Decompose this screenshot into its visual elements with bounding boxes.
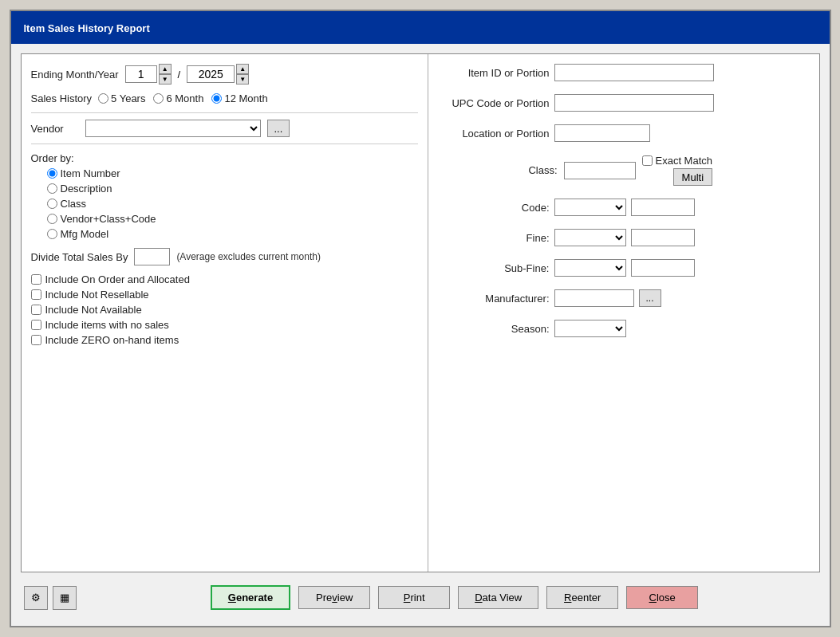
fine-select[interactable] xyxy=(554,229,626,246)
checkbox-not-available[interactable] xyxy=(31,305,41,315)
class-label: Class: xyxy=(446,164,558,176)
sales-history-row: Sales History 5 Years 6 Month 12 Mont xyxy=(31,92,418,104)
checkbox-not-available-label[interactable]: Include Not Available xyxy=(31,304,418,316)
checkbox-no-sales[interactable] xyxy=(31,320,41,330)
divide-input[interactable]: 12 xyxy=(134,248,170,265)
main-window: Item Sales History Report Ending Month/Y… xyxy=(10,10,831,627)
item-id-label: Item ID or Portion xyxy=(438,67,550,79)
radio-description[interactable] xyxy=(47,183,57,194)
radio-mfg-model[interactable] xyxy=(47,229,57,239)
subfine-input2[interactable] xyxy=(631,259,695,277)
year-spinner: 2025 ▲ ▼ xyxy=(187,64,249,85)
code-row: Code: xyxy=(438,199,810,216)
radio-5years[interactable] xyxy=(98,93,108,104)
class-input[interactable] xyxy=(564,162,636,179)
checkbox-not-resellable-label[interactable]: Include Not Resellable xyxy=(31,289,418,301)
sales-history-radios: 5 Years 6 Month 12 Month xyxy=(98,92,268,104)
code-input2[interactable] xyxy=(631,199,695,216)
checkbox-zero-onhand[interactable] xyxy=(31,335,41,345)
season-row: Season: xyxy=(438,320,810,337)
vendor-browse-btn[interactable]: ... xyxy=(267,120,290,137)
window-title: Item Sales History Report xyxy=(24,22,150,34)
code-label: Code: xyxy=(438,202,550,214)
code-select[interactable] xyxy=(554,199,626,216)
checkbox-no-sales-label[interactable]: Include items with no sales xyxy=(31,319,418,331)
upc-input[interactable] xyxy=(554,94,714,112)
radio-6month[interactable] xyxy=(153,93,164,104)
order-by-section: Order by: Item Number Description xyxy=(31,152,418,240)
month-down-btn[interactable]: ▼ xyxy=(159,74,172,85)
vendor-select[interactable] xyxy=(85,120,261,137)
radio-vendor-class-code-label[interactable]: Vendor+Class+Code xyxy=(47,213,156,225)
checkbox-zero-onhand-label[interactable]: Include ZERO on-hand items xyxy=(31,334,418,346)
sales-history-label: Sales History xyxy=(31,92,93,104)
year-input[interactable]: 2025 xyxy=(187,65,235,83)
slash-separator: / xyxy=(178,69,181,81)
month-spinner: 1 ▲ ▼ xyxy=(125,64,172,85)
fine-label: Fine: xyxy=(438,232,550,244)
radio-5years-label[interactable]: 5 Years xyxy=(98,92,145,104)
reenter-btn[interactable]: Reenter xyxy=(546,586,618,609)
multi-btn[interactable]: Multi xyxy=(673,168,712,186)
item-id-input[interactable] xyxy=(554,64,714,81)
dataview-btn[interactable]: Data View xyxy=(458,586,538,609)
divide-note: (Average excludes current month) xyxy=(176,251,321,262)
title-bar: Item Sales History Report xyxy=(11,11,830,44)
radio-class-label[interactable]: Class xyxy=(47,198,87,210)
item-id-row: Item ID or Portion xyxy=(438,64,810,81)
radio-item-number[interactable] xyxy=(47,168,57,179)
upc-label: UPC Code or Portion xyxy=(438,97,550,109)
ending-month-label: Ending Month/Year xyxy=(31,69,119,81)
subfine-select[interactable] xyxy=(554,259,626,277)
vendor-label: Vendor xyxy=(31,123,79,135)
ending-month-row: Ending Month/Year 1 ▲ ▼ / 2025 ▲ ▼ xyxy=(31,64,418,85)
manufacturer-label: Manufacturer: xyxy=(438,293,550,305)
checkboxes-section: Include On Order and Allocated Include N… xyxy=(31,273,418,346)
radio-12month-label[interactable]: 12 Month xyxy=(211,92,267,104)
exact-match-checkbox[interactable] xyxy=(642,155,653,166)
location-label: Location or Portion xyxy=(438,128,550,140)
vendor-row: Vendor ... xyxy=(31,112,418,144)
month-input[interactable]: 1 xyxy=(125,65,157,83)
year-up-btn[interactable]: ▲ xyxy=(236,64,249,74)
manufacturer-browse-btn[interactable]: ... xyxy=(639,289,661,307)
divide-label: Divide Total Sales By xyxy=(31,251,128,263)
print-btn[interactable]: Print xyxy=(378,586,450,609)
subfine-row: Sub-Fine: xyxy=(438,259,810,277)
year-down-btn[interactable]: ▼ xyxy=(236,74,249,85)
radio-mfg-model-label[interactable]: Mfg Model xyxy=(47,228,109,240)
subfine-label: Sub-Fine: xyxy=(438,262,550,274)
season-label: Season: xyxy=(438,323,550,335)
location-row: Location or Portion xyxy=(438,124,810,142)
checkbox-not-resellable[interactable] xyxy=(31,289,41,300)
checkbox-on-order[interactable] xyxy=(31,274,41,285)
preview-btn[interactable]: Preview xyxy=(298,586,370,609)
manufacturer-input[interactable] xyxy=(554,289,634,307)
fine-row: Fine: xyxy=(438,229,810,246)
exact-match-label[interactable]: Exact Match xyxy=(642,155,713,167)
divide-row: Divide Total Sales By 12 (Average exclud… xyxy=(31,248,418,265)
barcode-icon: ▦ xyxy=(60,592,69,604)
manufacturer-row: Manufacturer: ... xyxy=(438,289,810,307)
gear-btn[interactable]: ⚙ xyxy=(24,586,48,610)
generate-btn[interactable]: Generate xyxy=(211,585,290,610)
class-row: Class: Exact Match Multi xyxy=(438,155,810,186)
checkbox-on-order-label[interactable]: Include On Order and Allocated xyxy=(31,273,418,285)
fine-input2[interactable] xyxy=(631,229,695,246)
close-btn[interactable]: Close xyxy=(626,586,698,609)
radio-6month-label[interactable]: 6 Month xyxy=(153,92,203,104)
gear-icon: ⚙ xyxy=(31,592,41,604)
order-by-label: Order by: xyxy=(31,152,74,164)
month-up-btn[interactable]: ▲ xyxy=(159,64,172,74)
season-select[interactable] xyxy=(554,320,626,337)
radio-class[interactable] xyxy=(47,199,57,209)
barcode-btn[interactable]: ▦ xyxy=(53,586,77,610)
radio-item-number-label[interactable]: Item Number xyxy=(47,167,120,179)
radio-12month[interactable] xyxy=(211,93,222,104)
radio-vendor-class-code[interactable] xyxy=(47,214,57,224)
location-input[interactable] xyxy=(554,124,650,142)
radio-description-label[interactable]: Description xyxy=(47,183,112,195)
upc-row: UPC Code or Portion xyxy=(438,94,810,112)
